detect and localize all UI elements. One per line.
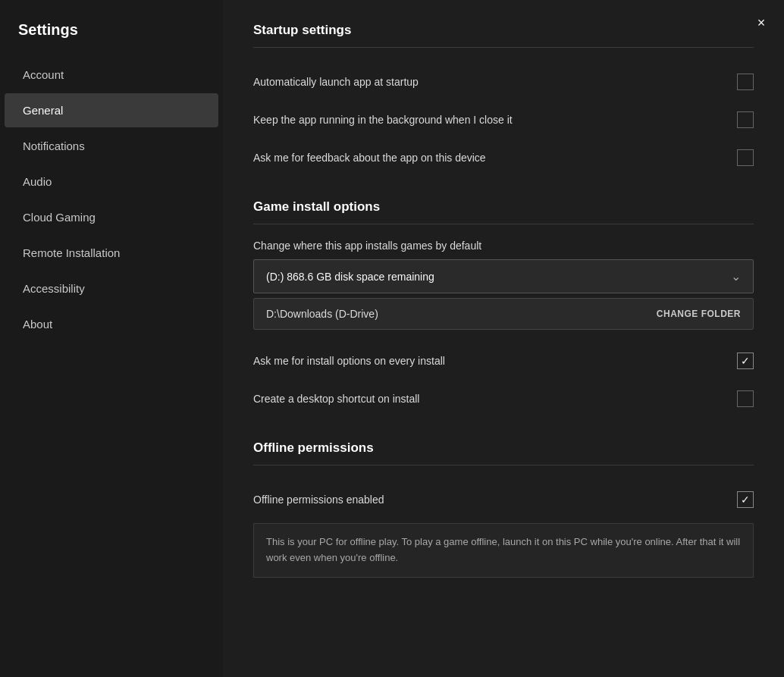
install-drive-dropdown-container: (D:) 868.6 GB disk space remaining ⌄ [253,259,754,293]
ask-install-options-checkbox[interactable] [737,353,754,369]
offline-section-title: Offline permissions [253,440,754,456]
close-button[interactable]: × [749,11,773,35]
ask-feedback-checkbox[interactable] [737,149,754,166]
desktop-shortcut-label: Create a desktop shortcut on install [253,393,419,405]
keep-running-label: Keep the app running in the background w… [253,114,513,126]
startup-section-title: Startup settings [253,23,754,38]
keep-running-checkbox[interactable] [737,111,754,128]
install-path-row: D:\Downloads (D-Drive) CHANGE FOLDER [253,298,754,330]
ask-install-options-row: Ask me for install options on every inst… [253,342,754,380]
offline-description: This is your PC for offline play. To pla… [253,523,754,578]
desktop-shortcut-row: Create a desktop shortcut on install [253,380,754,418]
game-install-section: Game install options Change where this a… [253,199,754,418]
sidebar: Settings Account General Notifications A… [0,0,223,677]
install-path-text: D:\Downloads (D-Drive) [266,308,378,320]
auto-launch-label: Automatically launch app at startup [253,76,419,88]
startup-divider [253,47,754,48]
sidebar-item-notifications[interactable]: Notifications [5,129,218,163]
main-content: × Startup settings Automatically launch … [223,0,784,677]
dropdown-value: (D:) 868.6 GB disk space remaining [266,271,434,283]
ask-install-options-label: Ask me for install options on every inst… [253,355,445,367]
startup-section: Startup settings Automatically launch ap… [253,23,754,177]
auto-launch-row: Automatically launch app at startup [253,63,754,101]
offline-enabled-row: Offline permissions enabled [253,481,754,519]
offline-enabled-label: Offline permissions enabled [253,494,384,506]
offline-enabled-checkbox[interactable] [737,491,754,508]
ask-feedback-label: Ask me for feedback about the app on thi… [253,152,486,164]
sidebar-item-account[interactable]: Account [5,58,218,92]
change-install-label: Change where this app installs games by … [253,240,754,252]
auto-launch-checkbox[interactable] [737,74,754,90]
offline-section: Offline permissions Offline permissions … [253,440,754,578]
install-drive-dropdown[interactable]: (D:) 868.6 GB disk space remaining ⌄ [253,259,754,293]
offline-divider [253,465,754,465]
sidebar-item-about[interactable]: About [5,307,218,341]
sidebar-item-audio[interactable]: Audio [5,165,218,199]
desktop-shortcut-checkbox[interactable] [737,390,754,407]
chevron-down-icon: ⌄ [731,269,741,284]
app-title: Settings [0,8,223,57]
sidebar-item-accessibility[interactable]: Accessibility [5,271,218,306]
change-folder-button[interactable]: CHANGE FOLDER [657,309,741,319]
sidebar-item-remote-installation[interactable]: Remote Installation [5,236,218,270]
keep-running-row: Keep the app running in the background w… [253,101,754,139]
sidebar-item-general[interactable]: General [5,93,218,127]
game-install-divider [253,224,754,224]
ask-feedback-row: Ask me for feedback about the app on thi… [253,139,754,177]
sidebar-item-cloud-gaming[interactable]: Cloud Gaming [5,200,218,234]
game-install-section-title: Game install options [253,199,754,215]
